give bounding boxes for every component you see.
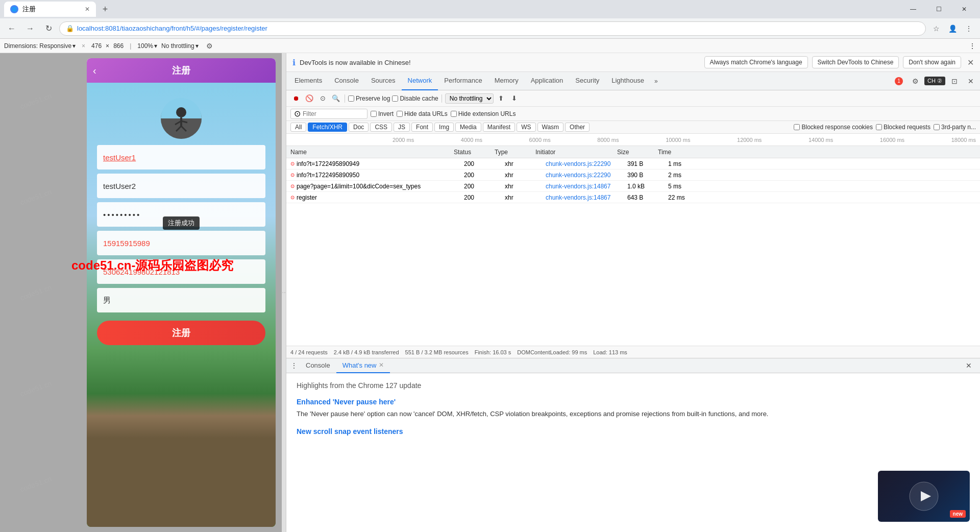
row-initiator-2[interactable]: chunk-vendors.js:22290 [542, 172, 623, 179]
column-status[interactable]: Status [450, 149, 491, 156]
filter-fetch-xhr-button[interactable]: Fetch/XHR [308, 123, 347, 132]
disable-cache-label[interactable]: Disable cache [392, 95, 438, 102]
blocked-cookies-checkbox[interactable] [794, 124, 800, 130]
filter-doc-button[interactable]: Doc [349, 123, 369, 132]
column-initiator[interactable]: Initiator [531, 149, 613, 156]
idcard-input[interactable]: 530624199802121813 [97, 259, 265, 284]
disable-cache-checkbox[interactable] [392, 95, 398, 102]
table-row[interactable]: ⊙ page?page=1&limit=100&dicCode=sex_type… [286, 181, 980, 192]
match-language-button[interactable]: Always match Chrome's language [704, 56, 808, 68]
youtube-thumbnail[interactable]: new [878, 471, 970, 522]
filter-manifest-button[interactable]: Manifest [483, 123, 515, 132]
invert-checkbox[interactable] [371, 111, 377, 117]
row-initiator-3[interactable]: chunk-vendors.js:14867 [542, 183, 623, 190]
filter-input[interactable] [303, 110, 364, 117]
filter-button[interactable]: ⊙ [317, 93, 328, 104]
devtools-close-button[interactable]: ✕ [964, 74, 978, 88]
blocked-cookies-label[interactable]: Blocked response cookies [794, 124, 872, 131]
column-name[interactable]: Name [286, 149, 450, 156]
whats-new-close-button[interactable]: ✕ [379, 361, 384, 369]
table-row[interactable]: ⊙ info?t=1722495890950 200 xhr chunk-ven… [286, 170, 980, 181]
filter-css-button[interactable]: CSS [370, 123, 392, 132]
tab-close-button[interactable]: ✕ [85, 6, 90, 13]
filter-other-button[interactable]: Other [565, 123, 590, 132]
search-button[interactable]: 🔍 [330, 93, 341, 104]
throttling-selector[interactable]: No throttling [445, 93, 494, 104]
table-row[interactable]: ⊙ register 200 xhr chunk-vendors.js:1486… [286, 192, 980, 203]
upload-icon[interactable]: ⬆ [496, 93, 507, 104]
column-type[interactable]: Type [491, 149, 531, 156]
tab-security[interactable]: Security [569, 72, 605, 90]
table-row[interactable]: ⊙ info?t=1722495890949 200 xhr chunk-ven… [286, 158, 980, 170]
tab-performance[interactable]: Performance [438, 72, 488, 90]
hide-ext-urls-label[interactable]: Hide extension URLs [451, 110, 516, 117]
gender-input[interactable]: 男 [97, 288, 265, 312]
more-options-btn[interactable]: ⋮ [969, 42, 976, 50]
minimize-button[interactable]: — [901, 0, 925, 18]
phone-back-button[interactable]: ‹ [93, 65, 96, 77]
preserve-log-label[interactable]: Preserve log [348, 95, 390, 102]
close-button[interactable]: ✕ [952, 0, 976, 18]
bottom-close-button[interactable]: ✕ [962, 358, 976, 373]
resize-handle[interactable]: ⋮ [282, 53, 286, 532]
browser-tab[interactable]: 🌐 注册 ✕ [4, 2, 96, 17]
tab-application[interactable]: Application [525, 72, 570, 90]
column-time[interactable]: Time [654, 149, 695, 156]
tab-whats-new[interactable]: What's new ✕ [336, 358, 390, 373]
tab-elements[interactable]: Elements [288, 72, 328, 90]
third-party-label[interactable]: 3rd-party n... [934, 124, 976, 131]
tab-console-bottom[interactable]: Console [300, 358, 336, 373]
filter-media-button[interactable]: Media [455, 123, 481, 132]
feature-scroll-snap-title[interactable]: New scroll snap event listeners [297, 427, 970, 436]
download-icon[interactable]: ⬇ [509, 93, 520, 104]
tab-memory[interactable]: Memory [488, 72, 525, 90]
row-initiator-4[interactable]: chunk-vendors.js:14867 [542, 194, 623, 201]
dimensions-selector[interactable]: Dimensions: Responsive ▾ [4, 42, 76, 50]
dont-show-again-button[interactable]: Don't show again [903, 56, 961, 68]
filter-js-button[interactable]: JS [394, 123, 410, 132]
hide-data-urls-label[interactable]: Hide data URLs [397, 110, 448, 117]
feature-never-pause-title[interactable]: Enhanced 'Never pause here' [297, 398, 970, 406]
username-input-2[interactable]: testUser2 [97, 174, 265, 198]
filter-font-button[interactable]: Font [411, 123, 433, 132]
record-button[interactable]: ⏺ [290, 93, 302, 104]
phone-input[interactable]: 15915915989 [97, 231, 265, 255]
register-button[interactable]: 注册 [97, 321, 265, 345]
tab-console[interactable]: Console [328, 72, 365, 90]
avatar[interactable] [161, 98, 202, 139]
filter-all-button[interactable]: All [290, 123, 306, 132]
undock-icon[interactable]: ⊡ [947, 74, 962, 88]
blocked-requests-checkbox[interactable] [876, 124, 882, 130]
filter-wasm-button[interactable]: Wasm [537, 123, 564, 132]
maximize-button[interactable]: ☐ [927, 0, 950, 18]
forward-button[interactable]: → [22, 21, 38, 36]
hide-ext-urls-checkbox[interactable] [451, 111, 457, 117]
device-settings-icon[interactable]: ⚙ [203, 39, 217, 53]
filter-ws-button[interactable]: WS [517, 123, 535, 132]
invert-filter-label[interactable]: Invert [371, 110, 394, 117]
refresh-button[interactable]: ↻ [41, 21, 56, 36]
blocked-requests-label[interactable]: Blocked requests [876, 124, 930, 131]
username-input-1[interactable]: testUser1 [97, 145, 265, 170]
filter-img-button[interactable]: Img [434, 123, 454, 132]
bookmarks-icon[interactable]: ☆ [929, 21, 943, 36]
clear-button[interactable]: 🚫 [304, 93, 315, 104]
settings-icon[interactable]: ⚙ [908, 74, 922, 88]
tab-lighthouse[interactable]: Lighthouse [605, 72, 650, 90]
new-tab-button[interactable]: + [98, 2, 112, 16]
profile-icon[interactable]: 👤 [945, 21, 960, 36]
hide-data-urls-checkbox[interactable] [397, 111, 403, 117]
zoom-selector[interactable]: 100% ▾ [137, 42, 157, 50]
third-party-checkbox[interactable] [934, 124, 940, 130]
row-initiator-1[interactable]: chunk-vendors.js:22290 [542, 160, 623, 167]
column-size[interactable]: Size [613, 149, 654, 156]
tab-sources[interactable]: Sources [365, 72, 402, 90]
extensions-icon[interactable]: ⋮ [962, 21, 976, 36]
tab-network[interactable]: Network [402, 72, 438, 90]
address-bar[interactable]: 🔒 localhost:8081/tiaozaoshichang/front/h… [59, 21, 926, 36]
switch-language-button[interactable]: Switch DevTools to Chinese [812, 56, 899, 68]
preserve-log-checkbox[interactable] [348, 95, 354, 102]
notification-close-button[interactable]: ✕ [967, 58, 974, 67]
back-button[interactable]: ← [4, 21, 19, 36]
throttle-selector[interactable]: No throttling ▾ [161, 42, 199, 50]
